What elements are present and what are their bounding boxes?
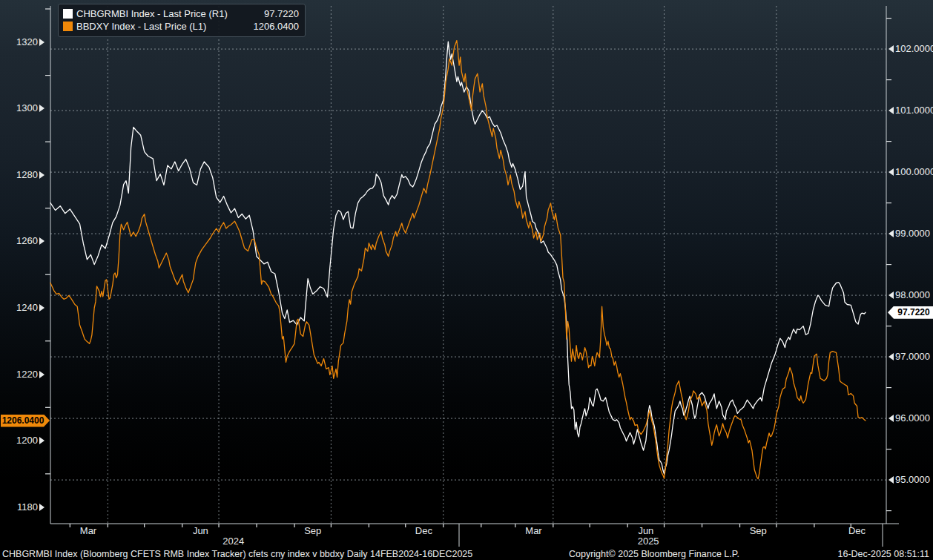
tick-arrow-icon: [39, 371, 44, 378]
left-axis-tick-label: 1240: [0, 303, 44, 313]
right-axis-tick-label: 101.0000: [889, 105, 933, 116]
tick-arrow-icon: [889, 168, 894, 176]
left-axis-tick-label: 1260: [0, 236, 44, 246]
tick-arrow-icon: [39, 39, 44, 46]
chart-svg: [0, 0, 933, 560]
x-axis-month-label: Jun: [178, 525, 222, 536]
legend-row-bbdxy[interactable]: BBDXY Index - Last Price (L1) 1206.0400: [63, 20, 299, 33]
tick-arrow-icon: [39, 304, 44, 312]
right-axis-tick-label: 98.0000: [889, 290, 930, 300]
tick-arrow-icon: [39, 504, 44, 511]
x-axis-year-label: 2025: [626, 536, 670, 547]
tick-arrow-icon: [889, 230, 894, 237]
timestamp-text: 16-Dec-2025 08:51:11: [838, 549, 929, 559]
legend-value-bbdxy: 1206.0400: [254, 21, 299, 32]
footer-bar: CHBGRMBI Index (Bloomberg CFETS RMB Inde…: [0, 547, 933, 560]
chart-description-text: CHBGRMBI Index (Bloomberg CFETS RMB Inde…: [2, 549, 472, 559]
chbgrmbi-last-price-badge: 97.7220: [888, 306, 933, 319]
right-axis-tick-label: 99.0000: [889, 228, 930, 239]
x-axis-month-label: Sep: [736, 525, 780, 536]
tick-arrow-icon: [889, 291, 894, 299]
bbdxy-last-price-badge: 1206.0400: [1, 415, 50, 427]
bloomberg-chart-window: 13201300128012601240122012001180 102.000…: [0, 0, 933, 560]
tick-arrow-icon: [889, 476, 894, 484]
left-axis-tick-label: 1220: [0, 369, 44, 380]
x-axis-month-label: Dec: [401, 525, 446, 536]
x-axis-month-label: Dec: [834, 525, 879, 536]
tick-arrow-icon: [39, 237, 44, 245]
left-axis-tick-label: 1280: [0, 170, 44, 180]
x-axis-year-label: 2024: [211, 536, 256, 547]
legend-label-chbgrmbi: CHBGRMBI Index - Last Price (R1): [76, 8, 228, 19]
left-axis-tick-label: 1200: [0, 435, 44, 446]
left-axis-tick-label: 1320: [0, 37, 44, 47]
tick-arrow-icon: [889, 107, 894, 114]
copyright-text: Copyright© 2025 Bloomberg Finance L.P.: [569, 549, 739, 559]
legend-row-chbgrmbi[interactable]: CHBGRMBI Index - Last Price (R1) 97.7220: [63, 7, 299, 20]
right-axis-tick-label: 100.0000: [889, 167, 933, 177]
tick-arrow-icon: [889, 45, 894, 53]
bbdxy-swatch-icon: [63, 22, 73, 31]
right-axis-tick-label: 97.0000: [889, 352, 930, 362]
left-axis-tick-label: 1300: [0, 103, 44, 113]
plot-area[interactable]: [50, 6, 886, 524]
x-axis-month-label: Mar: [512, 525, 556, 536]
x-axis-month-label: Jun: [624, 525, 668, 536]
x-axis-month-label: Sep: [291, 525, 335, 536]
tick-arrow-icon: [39, 437, 44, 444]
legend-value-chbgrmbi: 97.7220: [264, 8, 299, 19]
right-axis-tick-label: 102.0000: [889, 44, 933, 54]
tick-arrow-icon: [889, 353, 894, 360]
tick-arrow-icon: [889, 415, 894, 422]
tick-arrow-icon: [39, 171, 44, 179]
x-axis-month-label: Mar: [66, 525, 111, 536]
left-axis-tick-label: 1180: [0, 502, 44, 513]
right-axis-tick-label: 96.0000: [889, 413, 930, 424]
chbgrmbi-swatch-icon: [63, 9, 73, 19]
legend-box[interactable]: CHBGRMBI Index - Last Price (R1) 97.7220…: [58, 4, 306, 37]
legend-label-bbdxy: BBDXY Index - Last Price (L1): [76, 21, 206, 32]
tick-arrow-icon: [39, 105, 44, 112]
right-axis-tick-label: 95.0000: [889, 475, 930, 485]
